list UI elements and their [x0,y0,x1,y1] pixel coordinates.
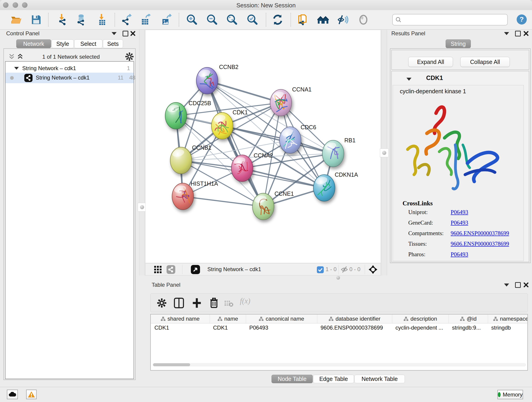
show-columns-icon[interactable] [174,298,184,308]
horizontal-splitter[interactable] [139,275,532,280]
table-hscrollbar-thumb[interactable] [153,363,190,366]
string-home-button[interactable] [317,14,329,26]
control-panel-float-button[interactable] [123,31,128,36]
selected-checkbox-icon[interactable] [317,266,324,273]
save-session-button[interactable] [31,14,42,26]
genecard-link[interactable]: P06493 [451,220,468,226]
table-panel-close-button[interactable] [523,282,529,288]
pharos-link[interactable]: P06493 [451,251,468,258]
tissues-link[interactable]: 9606.ENSP00000378699 [451,241,509,247]
import-network-database-button[interactable] [75,14,87,26]
cloud-status-button[interactable] [7,390,18,399]
tab-network[interactable]: Network [16,39,51,48]
results-panel-close-button[interactable] [523,31,529,36]
table-cell[interactable]: stringdb [488,325,528,333]
hide-glass-button[interactable] [337,14,349,26]
search-field[interactable] [392,14,508,26]
table-panel-menu-caret[interactable] [504,283,509,287]
node-HIST1H1A[interactable]: HIST1H1A [172,180,218,210]
node-CDC6[interactable]: CDC6 [279,124,316,153]
control-panel-close-button[interactable] [130,31,136,36]
tab-edge-table[interactable]: Edge Table [313,375,354,383]
collapse-all-button[interactable]: Collapse All [460,57,510,67]
expand-all-button[interactable]: Expand All [408,57,453,67]
collapse-all-chevron-icon[interactable] [8,54,15,60]
search-input[interactable] [403,15,505,24]
column-header-canonical-name[interactable]: canonical name [246,314,317,323]
help-button[interactable]: ? [516,14,527,26]
results-panel-menu-caret[interactable] [504,32,509,35]
delete-trash-icon[interactable] [209,297,219,308]
create-column-plus-icon[interactable] [192,298,202,308]
table-cell[interactable]: 9606.ENSP00000378699 [317,325,392,333]
open-session-button[interactable] [10,14,22,26]
table-row[interactable]: CDK1CDK1P064939606.ENSP00000378699cyclin… [151,325,528,333]
eye-button[interactable] [358,14,369,26]
column-header--id[interactable]: @id [449,314,488,323]
expand-all-chevron-icon[interactable] [17,54,24,60]
node-RB1[interactable]: RB1 [322,137,355,167]
import-network-button[interactable] [57,14,68,26]
warning-status-button[interactable] [26,390,37,399]
network-graph[interactable]: CCNB2CCNA1CDC25BCDK1CDC6RB1CCNB1CCNA2CDK… [146,30,380,263]
network-share-toggle-icon[interactable] [167,265,175,274]
zoom-fit-button[interactable] [226,14,238,26]
uniprot-link[interactable]: P06493 [451,209,468,216]
network-node-count: 11 [118,75,123,81]
tab-network-table[interactable]: Network Table [355,375,405,383]
network-options-gear-icon[interactable] [125,52,134,61]
open-in-window-icon[interactable] [191,265,200,274]
table-panel-float-button[interactable] [515,282,521,288]
fit-content-crosshair-icon[interactable] [368,265,378,274]
tree-expand-caret[interactable] [14,67,19,70]
tab-style[interactable]: Style [51,39,74,48]
column-header-database-identifier[interactable]: database identifier [317,314,392,323]
network-canvas[interactable]: CCNB2CCNA1CDC25BCDK1CDC6RB1CCNB1CCNA2CDK… [145,30,381,263]
export-network-button[interactable] [120,14,132,26]
edge-HIST1H1A-CCNE1[interactable] [183,196,263,206]
node-CDK1[interactable]: CDK1 [211,109,248,139]
birdseye-grid-icon[interactable] [154,266,162,273]
zoom-in-button[interactable] [186,14,198,26]
tab-select[interactable]: Select [74,39,102,48]
hidden-eye-icon[interactable] [341,266,348,273]
tab-node-table[interactable]: Node Table [272,375,313,383]
table-hscrollbar-track[interactable] [152,363,526,366]
table-cell[interactable]: CDK1 [210,325,246,333]
tab-string[interactable]: String [446,39,471,48]
zoom-out-button[interactable] [206,14,218,26]
table-cell[interactable]: P06493 [246,325,317,333]
compartments-link[interactable]: 9606.ENSP00000378699 [451,230,509,236]
horizontal-splitter-handle[interactable] [336,276,340,280]
zoom-selected-button[interactable] [247,14,258,26]
column-header-name[interactable]: name [210,314,246,323]
column-header-description[interactable]: description [392,314,449,323]
column-header-namespace[interactable]: namespace [488,314,528,323]
table-cell[interactable]: CDK1 [151,325,210,333]
edge-CCNB2-CCNE1[interactable] [207,81,263,206]
node-CCNA1[interactable]: CCNA1 [270,86,312,116]
table-cell[interactable]: cyclin-dependent ... [392,325,449,333]
zoom-fit-icon [226,14,238,26]
network-row-selected[interactable]: String Network – cdk1 11 48 [6,73,133,83]
network-collection-row[interactable]: String Network – cdk1 1 [6,64,133,74]
import-table-button[interactable] [96,14,108,26]
right-splitter-handle[interactable] [380,148,389,157]
cdk1-collapse-caret[interactable] [406,78,412,81]
export-image-button[interactable] [160,14,172,26]
left-splitter[interactable] [139,30,145,275]
table-cell[interactable]: stringdb:9... [449,325,488,333]
tab-sets[interactable]: Sets [103,39,123,48]
memory-button[interactable]: Memory [497,390,523,399]
node-CCNB2[interactable]: CCNB2 [196,64,239,94]
column-header-shared-name[interactable]: shared name [151,314,210,323]
clone-network-button[interactable] [297,14,308,26]
edge-CCNB2-CCNA1[interactable] [207,81,281,103]
control-panel-menu-caret[interactable] [112,32,117,35]
refresh-button[interactable] [272,14,283,26]
table-settings-gear-icon[interactable] [157,298,167,308]
node-CDKN1A[interactable]: CDKN1A [313,172,358,201]
results-panel-float-button[interactable] [515,31,521,36]
export-table-button[interactable] [139,14,151,26]
node-CCNE1[interactable]: CCNE1 [253,191,294,220]
